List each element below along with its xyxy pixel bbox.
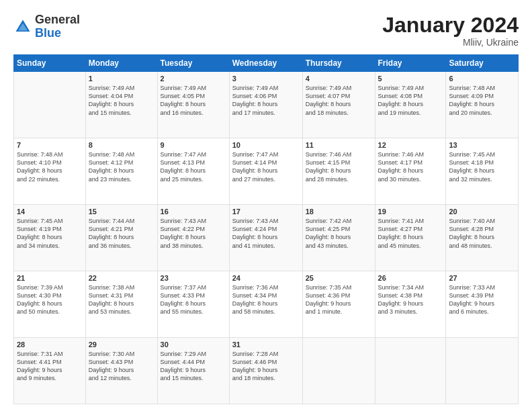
day-info: Sunrise: 7:49 AMSunset: 4:05 PMDaylight:… [161,84,226,117]
calendar-title: January 2024 [382,13,519,37]
day-number: 13 [449,141,515,149]
day-info: Sunrise: 7:38 AMSunset: 4:31 PMDaylight:… [89,283,154,316]
day-number: 12 [378,141,443,149]
week-row-1: 1Sunrise: 7:49 AMSunset: 4:04 PMDaylight… [14,72,519,138]
logo-general-text: General [35,13,80,27]
day-cell: 16Sunrise: 7:43 AMSunset: 4:22 PMDayligh… [157,205,229,271]
day-info: Sunrise: 7:49 AMSunset: 4:04 PMDaylight:… [89,84,154,117]
day-number: 10 [232,141,300,149]
day-info: Sunrise: 7:49 AMSunset: 4:07 PMDaylight:… [306,84,372,117]
day-cell: 4Sunrise: 7:49 AMSunset: 4:07 PMDaylight… [302,72,375,138]
day-number: 14 [17,208,83,216]
day-number: 11 [306,141,372,149]
day-number: 3 [232,75,300,83]
day-number: 23 [161,274,226,282]
day-info: Sunrise: 7:45 AMSunset: 4:19 PMDaylight:… [17,217,83,250]
day-cell: 21Sunrise: 7:39 AMSunset: 4:30 PMDayligh… [14,271,86,338]
day-number: 17 [232,208,300,216]
day-info: Sunrise: 7:36 AMSunset: 4:34 PMDaylight:… [232,283,300,316]
header-cell-saturday: Saturday [446,55,519,72]
day-number: 19 [378,208,443,216]
day-cell: 2Sunrise: 7:49 AMSunset: 4:05 PMDaylight… [157,72,229,138]
day-info: Sunrise: 7:40 AMSunset: 4:28 PMDaylight:… [449,217,515,250]
day-number: 2 [161,75,226,83]
day-cell: 18Sunrise: 7:42 AMSunset: 4:25 PMDayligh… [302,205,375,271]
week-row-5: 28Sunrise: 7:31 AMSunset: 4:41 PMDayligh… [14,338,519,404]
day-info: Sunrise: 7:29 AMSunset: 4:44 PMDaylight:… [161,350,226,383]
day-cell: 11Sunrise: 7:46 AMSunset: 4:15 PMDayligh… [302,138,375,205]
day-cell: 22Sunrise: 7:38 AMSunset: 4:31 PMDayligh… [85,271,157,338]
day-cell: 3Sunrise: 7:49 AMSunset: 4:06 PMDaylight… [229,72,302,138]
day-cell: 19Sunrise: 7:41 AMSunset: 4:27 PMDayligh… [375,205,446,271]
day-cell: 23Sunrise: 7:37 AMSunset: 4:33 PMDayligh… [157,271,229,338]
day-info: Sunrise: 7:46 AMSunset: 4:17 PMDaylight:… [378,150,443,183]
day-number: 4 [306,75,372,83]
day-number: 26 [378,274,443,282]
day-cell: 10Sunrise: 7:47 AMSunset: 4:14 PMDayligh… [229,138,302,205]
page: General Blue January 2024 Mliiv, Ukraine… [0,0,532,411]
day-info: Sunrise: 7:31 AMSunset: 4:41 PMDaylight:… [17,350,83,383]
day-cell: 1Sunrise: 7:49 AMSunset: 4:04 PMDaylight… [85,72,157,138]
day-number: 16 [161,208,226,216]
day-cell: 13Sunrise: 7:45 AMSunset: 4:18 PMDayligh… [446,138,519,205]
day-info: Sunrise: 7:48 AMSunset: 4:12 PMDaylight:… [89,150,154,183]
day-cell: 12Sunrise: 7:46 AMSunset: 4:17 PMDayligh… [375,138,446,205]
day-cell: 8Sunrise: 7:48 AMSunset: 4:12 PMDaylight… [85,138,157,205]
day-number: 1 [89,75,154,83]
day-cell: 28Sunrise: 7:31 AMSunset: 4:41 PMDayligh… [14,338,86,404]
calendar-subtitle: Mliiv, Ukraine [382,37,519,48]
day-cell [302,338,375,404]
day-info: Sunrise: 7:44 AMSunset: 4:21 PMDaylight:… [89,217,154,250]
day-info: Sunrise: 7:49 AMSunset: 4:06 PMDaylight:… [232,84,300,117]
header-cell-friday: Friday [375,55,446,72]
day-cell [375,338,446,404]
header-cell-wednesday: Wednesday [229,55,302,72]
day-number: 15 [89,208,154,216]
day-info: Sunrise: 7:43 AMSunset: 4:24 PMDaylight:… [232,217,300,250]
day-info: Sunrise: 7:47 AMSunset: 4:14 PMDaylight:… [232,150,300,183]
day-number: 18 [306,208,372,216]
day-number: 7 [17,141,83,149]
day-cell: 9Sunrise: 7:47 AMSunset: 4:13 PMDaylight… [157,138,229,205]
logo-text: General Blue [35,13,80,40]
day-cell: 5Sunrise: 7:49 AMSunset: 4:08 PMDaylight… [375,72,446,138]
day-number: 25 [306,274,372,282]
calendar-table: SundayMondayTuesdayWednesdayThursdayFrid… [13,54,519,404]
header: General Blue January 2024 Mliiv, Ukraine [13,13,519,48]
title-block: January 2024 Mliiv, Ukraine [382,13,519,48]
day-cell: 30Sunrise: 7:29 AMSunset: 4:44 PMDayligh… [157,338,229,404]
day-info: Sunrise: 7:34 AMSunset: 4:38 PMDaylight:… [378,283,443,316]
day-info: Sunrise: 7:35 AMSunset: 4:36 PMDaylight:… [306,283,372,316]
day-cell [14,72,86,138]
day-info: Sunrise: 7:47 AMSunset: 4:13 PMDaylight:… [161,150,226,183]
day-number: 20 [449,208,515,216]
day-info: Sunrise: 7:41 AMSunset: 4:27 PMDaylight:… [378,217,443,250]
day-number: 9 [161,141,226,149]
day-cell: 31Sunrise: 7:28 AMSunset: 4:46 PMDayligh… [229,338,302,404]
day-cell: 14Sunrise: 7:45 AMSunset: 4:19 PMDayligh… [14,205,86,271]
logo-icon [13,17,32,36]
day-info: Sunrise: 7:43 AMSunset: 4:22 PMDaylight:… [161,217,226,250]
header-cell-thursday: Thursday [302,55,375,72]
day-info: Sunrise: 7:30 AMSunset: 4:43 PMDaylight:… [89,350,154,383]
calendar: SundayMondayTuesdayWednesdayThursdayFrid… [13,54,519,404]
week-row-2: 7Sunrise: 7:48 AMSunset: 4:10 PMDaylight… [14,138,519,205]
day-number: 28 [17,340,83,349]
day-number: 8 [89,141,154,149]
week-row-3: 14Sunrise: 7:45 AMSunset: 4:19 PMDayligh… [14,205,519,271]
header-cell-monday: Monday [85,55,157,72]
header-cell-sunday: Sunday [14,55,86,72]
day-info: Sunrise: 7:28 AMSunset: 4:46 PMDaylight:… [232,350,300,383]
day-number: 22 [89,274,154,282]
day-info: Sunrise: 7:49 AMSunset: 4:08 PMDaylight:… [378,84,443,117]
day-number: 6 [449,75,515,83]
day-cell: 24Sunrise: 7:36 AMSunset: 4:34 PMDayligh… [229,271,302,338]
day-number: 5 [378,75,443,83]
day-info: Sunrise: 7:46 AMSunset: 4:15 PMDaylight:… [306,150,372,183]
logo: General Blue [13,13,80,40]
day-cell: 25Sunrise: 7:35 AMSunset: 4:36 PMDayligh… [302,271,375,338]
day-cell: 29Sunrise: 7:30 AMSunset: 4:43 PMDayligh… [85,338,157,404]
day-cell: 6Sunrise: 7:48 AMSunset: 4:09 PMDaylight… [446,72,519,138]
day-number: 27 [449,274,515,282]
day-info: Sunrise: 7:48 AMSunset: 4:09 PMDaylight:… [449,84,515,117]
